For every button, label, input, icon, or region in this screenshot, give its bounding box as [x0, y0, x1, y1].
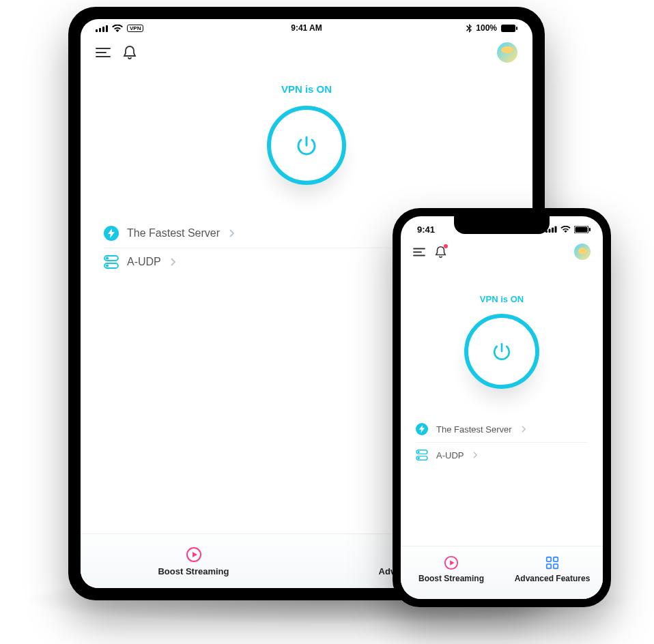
svg-point-12: [106, 265, 108, 266]
battery-icon: [501, 25, 517, 32]
svg-rect-4: [501, 25, 515, 32]
menu-icon[interactable]: [413, 248, 425, 257]
server-label: The Fastest Server: [436, 424, 512, 435]
svg-rect-5: [516, 27, 517, 30]
svg-rect-20: [552, 228, 554, 233]
ipad-status-bar: VPN 9:41 AM 100%: [81, 19, 532, 37]
protocol-row[interactable]: A-UDP: [416, 443, 588, 467]
chevron-right-icon: [522, 426, 526, 433]
iphone-bottom-bar: Boost Streaming Advanced Features: [401, 546, 603, 599]
iphone-notch: [454, 216, 550, 234]
svg-rect-23: [575, 226, 588, 232]
tab-boost-streaming[interactable]: Boost Streaming: [401, 546, 502, 592]
tab-label: Boost Streaming: [418, 574, 484, 583]
bell-icon[interactable]: [435, 246, 446, 259]
server-row[interactable]: The Fastest Server: [416, 416, 588, 443]
battery-icon: [574, 226, 591, 233]
status-time: 9:41: [413, 224, 435, 235]
play-circle-icon: [444, 555, 459, 570]
ipad-app-header: [81, 37, 532, 63]
bolt-icon: [416, 423, 428, 435]
chevron-right-icon: [171, 258, 175, 266]
menu-icon[interactable]: [96, 47, 111, 58]
vpn-status-label: VPN is ON: [281, 83, 332, 95]
svg-point-31: [418, 457, 419, 458]
svg-rect-3: [106, 25, 108, 32]
iphone-device-frame: 9:41: [393, 208, 611, 607]
tab-boost-streaming[interactable]: Boost Streaming: [81, 534, 307, 588]
signal-icon: [96, 25, 108, 32]
play-circle-icon: [186, 546, 202, 563]
svg-rect-21: [555, 226, 557, 233]
grid-icon: [545, 555, 560, 570]
iphone-main: VPN is ON The Fastest Server: [401, 260, 603, 546]
bolt-icon: [104, 226, 119, 241]
battery-percent: 100%: [476, 23, 497, 33]
power-button[interactable]: [464, 314, 539, 389]
svg-rect-1: [99, 28, 101, 32]
protocol-icon: [416, 450, 428, 460]
protocol-label: A-UDP: [127, 256, 161, 268]
svg-rect-2: [102, 27, 104, 32]
svg-rect-36: [554, 564, 558, 568]
svg-rect-35: [547, 564, 551, 568]
wifi-icon: [112, 25, 123, 32]
power-button[interactable]: [267, 106, 346, 185]
svg-rect-19: [549, 229, 551, 233]
chevron-right-icon: [229, 229, 234, 237]
protocol-icon: [104, 255, 119, 269]
protocol-label: A-UDP: [436, 450, 464, 460]
svg-point-30: [418, 452, 419, 453]
notification-dot-icon: [444, 244, 448, 248]
svg-point-11: [106, 257, 108, 259]
tab-advanced-features[interactable]: Advanced Features: [502, 546, 603, 592]
tab-label: Boost Streaming: [158, 566, 229, 576]
avatar[interactable]: [497, 42, 517, 63]
tab-label: Advanced Features: [515, 574, 591, 583]
svg-rect-0: [96, 29, 98, 32]
bell-icon[interactable]: [123, 45, 137, 60]
iphone-screen: 9:41: [401, 216, 603, 599]
avatar[interactable]: [574, 244, 591, 260]
svg-rect-34: [554, 557, 558, 561]
bluetooth-icon: [466, 24, 472, 33]
server-label: The Fastest Server: [127, 227, 220, 239]
status-time: 9:41 AM: [291, 23, 322, 33]
svg-rect-24: [589, 228, 591, 231]
vpn-status-label: VPN is ON: [480, 294, 524, 304]
vpn-badge-icon: VPN: [127, 25, 143, 32]
wifi-icon: [560, 226, 571, 233]
svg-rect-33: [547, 557, 551, 561]
chevron-right-icon: [473, 452, 477, 458]
iphone-app-header: [401, 239, 603, 260]
